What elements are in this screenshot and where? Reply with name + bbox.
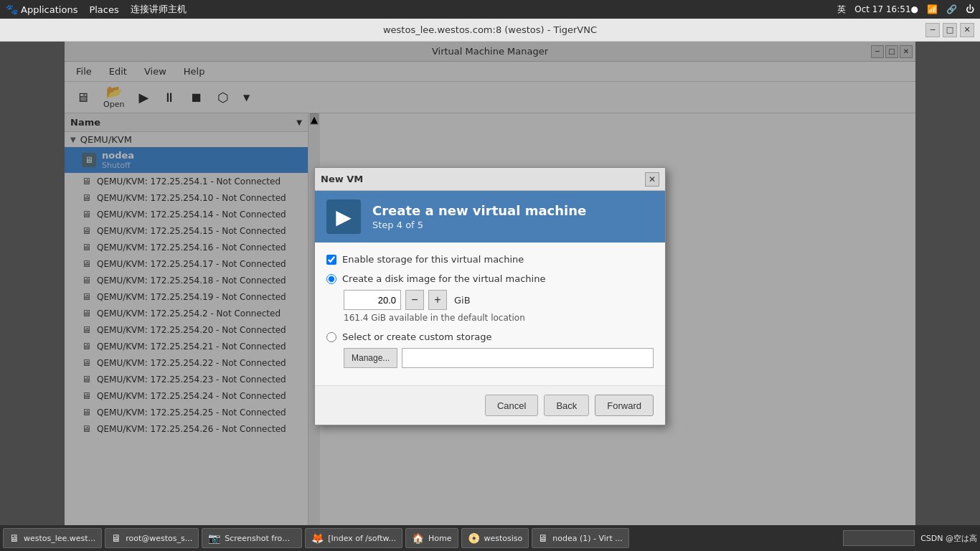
connect-menu[interactable]: 连接讲师主机 <box>131 3 187 16</box>
back-btn[interactable]: Back <box>544 395 589 416</box>
taskbar-item-label: root@westos_s... <box>126 534 192 543</box>
system-bar: 🐾 Applications Places 连接讲师主机 英 Oct 17 16… <box>0 0 980 19</box>
taskbar-item-icon: 🖥 <box>111 532 121 544</box>
banner-subtitle: Step 4 of 5 <box>372 220 586 230</box>
taskbar-item-label: nodea (1) - Virt ... <box>552 534 622 543</box>
custom-storage-radio-row: Select or create custom storage <box>326 331 654 342</box>
taskbar-item[interactable]: 🦊[Index of /softw... <box>305 528 402 548</box>
taskbar-item-icon: 📀 <box>468 532 480 544</box>
modal-overlay: New VM ✕ ▶ Create a new virtual machine … <box>65 42 915 551</box>
applications-label[interactable]: Applications <box>21 4 77 15</box>
dialog-titlebar: New VM ✕ <box>315 168 665 191</box>
taskbar-item-label: westos_lee.west... <box>24 534 95 543</box>
taskbar-item[interactable]: 📷Screenshot from... <box>202 528 302 548</box>
vnc-close-btn[interactable]: ✕ <box>960 23 974 37</box>
banner-icon: ▶ <box>326 199 361 234</box>
taskbar-item-label: Screenshot from... <box>225 534 296 543</box>
taskbar-items: 🖥westos_lee.west...🖥root@westos_s...📷Scr… <box>3 528 629 548</box>
datetime-display: Oct 17 16:51● <box>854 4 918 14</box>
taskbar-item[interactable]: 🖥westos_lee.west... <box>3 528 102 548</box>
cancel-btn[interactable]: Cancel <box>485 395 538 416</box>
disk-decrement-btn[interactable]: − <box>405 290 424 310</box>
dialog-title: New VM <box>321 174 363 184</box>
taskbar-item-icon: 🏠 <box>412 532 424 544</box>
vmm-container: Virtual Machine Manager ─ □ ✕ File Edit … <box>65 42 915 551</box>
disk-image-radio-row: Create a disk image for the virtual mach… <box>326 273 654 284</box>
vnc-titlebar: westos_lee.westos.com:8 (westos) - Tiger… <box>0 19 980 42</box>
wifi-icon: 📶 <box>927 4 938 14</box>
taskbar-item-label: westosiso <box>484 534 523 543</box>
disk-available-text: 161.4 GiB available in the default locat… <box>344 313 654 323</box>
taskbar-item-icon: 🖥 <box>538 532 548 544</box>
vnc-maximize-btn[interactable]: □ <box>943 23 957 37</box>
banner-title: Create a new virtual machine <box>372 203 586 219</box>
dialog-footer: Cancel Back Forward <box>315 385 665 425</box>
taskbar-item[interactable]: 📀westosiso <box>461 528 529 548</box>
disk-increment-btn[interactable]: + <box>428 290 447 310</box>
manage-btn[interactable]: Manage... <box>344 348 397 368</box>
vnc-title: westos_lee.westos.com:8 (westos) - Tiger… <box>383 24 597 35</box>
new-vm-dialog: New VM ✕ ▶ Create a new virtual machine … <box>314 167 666 425</box>
dialog-close-btn[interactable]: ✕ <box>645 172 659 187</box>
forward-btn[interactable]: Forward <box>595 395 654 416</box>
power-icon: ⏻ <box>966 4 974 14</box>
vnc-controls: ─ □ ✕ <box>925 23 974 37</box>
disk-image-radio[interactable] <box>326 274 336 284</box>
custom-storage-option: Select or create custom storage Manage..… <box>326 331 654 368</box>
taskbar-item-icon: 🦊 <box>311 532 324 544</box>
taskbar-search-input[interactable] <box>843 530 915 546</box>
enable-storage-label: Enable storage for this virtual machine <box>342 254 524 265</box>
enable-storage-checkbox[interactable] <box>326 255 336 265</box>
language-indicator: 英 <box>837 4 846 16</box>
network-icon: 🔗 <box>946 4 957 14</box>
taskbar: 🖥westos_lee.west...🖥root@westos_s...📷Scr… <box>0 525 980 551</box>
custom-storage-controls: Manage... <box>344 348 654 368</box>
taskbar-item-label: [Index of /softw... <box>328 534 396 543</box>
taskbar-item[interactable]: 🏠Home <box>405 528 458 548</box>
applications-menu[interactable]: 🐾 Applications <box>6 4 77 15</box>
taskbar-item[interactable]: 🖥root@westos_s... <box>105 528 199 548</box>
csdn-label: CSDN @空は高 <box>920 533 977 544</box>
vnc-minimize-btn[interactable]: ─ <box>925 23 940 37</box>
disk-image-label: Create a disk image for the virtual mach… <box>342 273 545 284</box>
enable-storage-row: Enable storage for this virtual machine <box>326 254 654 265</box>
dialog-banner: ▶ Create a new virtual machine Step 4 of… <box>315 191 665 242</box>
disk-image-option: Create a disk image for the virtual mach… <box>326 273 654 323</box>
system-bar-right: 英 Oct 17 16:51● 📶 🔗 ⏻ <box>837 4 974 16</box>
taskbar-item[interactable]: 🖥nodea (1) - Virt ... <box>532 528 628 548</box>
custom-storage-path-input[interactable] <box>402 348 654 368</box>
system-bar-left: 🐾 Applications Places 连接讲师主机 <box>6 3 187 16</box>
vm-banner-icon: ▶ <box>336 205 352 229</box>
taskbar-item-icon: 🖥 <box>9 532 19 544</box>
vnc-window: westos_lee.westos.com:8 (westos) - Tiger… <box>0 19 980 551</box>
banner-text: Create a new virtual machine Step 4 of 5 <box>372 203 586 231</box>
disk-size-row: − + GiB <box>344 290 654 310</box>
places-menu[interactable]: Places <box>89 4 118 15</box>
applications-icon: 🐾 <box>6 4 18 15</box>
disk-size-input[interactable] <box>344 290 401 310</box>
taskbar-item-label: Home <box>428 534 451 543</box>
disk-unit-label: GiB <box>454 295 471 306</box>
custom-storage-radio[interactable] <box>326 332 336 342</box>
dialog-body: Enable storage for this virtual machine … <box>315 242 665 385</box>
taskbar-item-icon: 📷 <box>208 532 220 544</box>
custom-storage-label: Select or create custom storage <box>342 331 491 342</box>
